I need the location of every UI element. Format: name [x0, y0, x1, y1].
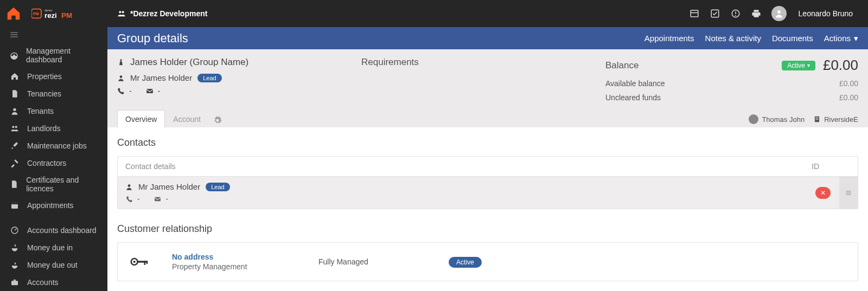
sidebar-item-management-dashboard[interactable]: Management dashboard — [0, 43, 107, 68]
svg-rect-23 — [11, 281, 18, 285]
branch[interactable]: RiversideE — [813, 115, 858, 124]
row-person-name: Mr James Holder — [138, 182, 200, 191]
svg-rect-21 — [11, 203, 18, 204]
person-name: Mr James Holder — [130, 73, 192, 82]
sidebar-item-label: Landlords — [27, 124, 61, 133]
sidebar-item-label: Appointments — [27, 201, 74, 210]
page-icon — [10, 179, 18, 189]
content: Group details Appointments Notes & activ… — [107, 27, 868, 291]
sidebar-item-appointments[interactable]: Appointments — [0, 197, 107, 214]
grid-icon[interactable] — [689, 8, 700, 19]
sidebar-item-label: Certificates and licences — [26, 176, 100, 193]
phone-icon — [117, 87, 125, 95]
sidebar-item-tenants[interactable]: Tenants — [0, 102, 107, 120]
gear-icon[interactable] — [209, 113, 226, 128]
alert-icon[interactable] — [730, 8, 741, 19]
svg-rect-14 — [10, 33, 17, 33]
print-icon[interactable] — [751, 8, 762, 19]
svg-rect-28 — [816, 118, 817, 119]
sidebar-item-money-in[interactable]: Money due in — [0, 239, 107, 256]
logo-rezipm[interactable]: PM dezrez rezi PM — [27, 6, 107, 21]
subtab-account[interactable]: Account — [165, 110, 209, 128]
sidebar-item-money-out[interactable]: Money due out — [0, 256, 107, 274]
branch-name: RiversideE — [824, 115, 858, 124]
balance-sub-value: £0.00 — [839, 79, 858, 88]
row-phone: - — [125, 195, 140, 203]
sidebar-item-contractors[interactable]: Contractors — [0, 154, 107, 172]
svg-point-38 — [133, 261, 136, 263]
check-icon[interactable] — [710, 8, 720, 19]
workspace-tab[interactable]: *Dezrez Development — [107, 9, 217, 18]
group-name-text: James Holder (Group Name) — [130, 57, 248, 68]
sidebar-item-label: Properties — [27, 72, 62, 81]
balance-sub-1: Uncleared funds £0.00 — [605, 93, 858, 102]
svg-rect-27 — [815, 117, 819, 122]
relationship-address: No address Property Management — [172, 253, 297, 271]
calendar-icon — [10, 201, 20, 210]
owner[interactable]: Thomas John — [749, 114, 805, 124]
svg-text:PM: PM — [61, 11, 72, 20]
sidebar-item-maintenance[interactable]: Maintenance jobs — [0, 137, 107, 154]
person-icon — [117, 74, 125, 82]
status-badge[interactable]: Active ▾ — [782, 61, 815, 70]
tab-appointments[interactable]: Appointments — [644, 34, 694, 43]
tab-actions[interactable]: Actions ▾ — [824, 34, 858, 43]
row-person-line: Mr James Holder Lead — [125, 182, 799, 191]
requirements-title: Requirements — [361, 57, 605, 68]
page-title: Group details — [117, 31, 188, 46]
mail-icon — [154, 195, 162, 203]
relationship-type: Property Management — [172, 262, 297, 271]
sidebar-item-label: Management dashboard — [26, 47, 100, 64]
svg-point-19 — [15, 126, 17, 128]
status-text: Active — [787, 62, 805, 69]
sidebar-item-certificates[interactable]: Certificates and licences — [0, 172, 107, 197]
username[interactable]: Leonardo Bruno — [796, 9, 863, 18]
person-icon — [10, 106, 20, 116]
owner-name: Thomas John — [762, 115, 805, 124]
caret-down-icon: ▾ — [854, 34, 858, 43]
workspace-label: *Dezrez Development — [130, 9, 207, 18]
svg-rect-40 — [144, 261, 146, 265]
caret-down-icon: ▾ — [807, 62, 810, 68]
relationship-card[interactable]: No address Property Management Fully Man… — [117, 242, 858, 281]
svg-rect-34 — [846, 191, 851, 191]
row-email: - — [154, 195, 169, 203]
contacts-table: Contact details ID Mr James Holder Lead … — [117, 156, 858, 209]
contact-icons: - - — [117, 87, 361, 95]
row-menu-button[interactable] — [839, 177, 858, 209]
sidebar-item-tenancies[interactable]: Tenancies — [0, 85, 107, 102]
sidebar-item-label: Contractors — [27, 159, 66, 167]
row-remove-button[interactable]: ✕ — [815, 187, 831, 199]
subtab-overview[interactable]: Overview — [117, 110, 165, 128]
menu-icon — [845, 189, 852, 197]
svg-point-32 — [128, 184, 131, 187]
phone-icon — [125, 195, 133, 203]
row-lead-pill: Lead — [206, 183, 229, 191]
home-icon — [10, 72, 20, 81]
tab-notes[interactable]: Notes & activity — [705, 34, 761, 43]
avatar[interactable] — [771, 6, 787, 21]
svg-text:PM: PM — [33, 11, 39, 16]
col-details-header: Contact details — [125, 162, 799, 171]
svg-rect-36 — [846, 194, 851, 195]
svg-point-18 — [12, 126, 14, 128]
sidebar-collapse-icon[interactable] — [0, 27, 107, 43]
doc-icon — [10, 89, 20, 99]
col-id-header: ID — [799, 162, 832, 171]
sidebar-item-label: Money due out — [27, 261, 78, 269]
sidebar-item-accounts[interactable]: Accounts — [0, 274, 107, 291]
logo-r-icon[interactable] — [0, 5, 27, 22]
sidebar-item-landlords[interactable]: Landlords — [0, 120, 107, 137]
briefcase-icon — [10, 277, 20, 287]
svg-point-24 — [120, 59, 122, 61]
money-out-icon — [10, 260, 20, 270]
sidebar-item-accounts-dashboard[interactable]: Accounts dashboard — [0, 222, 107, 239]
sidebar-item-properties[interactable]: Properties — [0, 68, 107, 85]
svg-rect-33 — [155, 197, 161, 201]
money-in-icon — [10, 243, 20, 253]
svg-rect-29 — [818, 118, 819, 119]
sidebar: Management dashboard Properties Tenancie… — [0, 27, 107, 291]
person-icon — [125, 183, 133, 191]
tab-documents[interactable]: Documents — [772, 34, 813, 43]
no-address-link[interactable]: No address — [172, 253, 297, 261]
